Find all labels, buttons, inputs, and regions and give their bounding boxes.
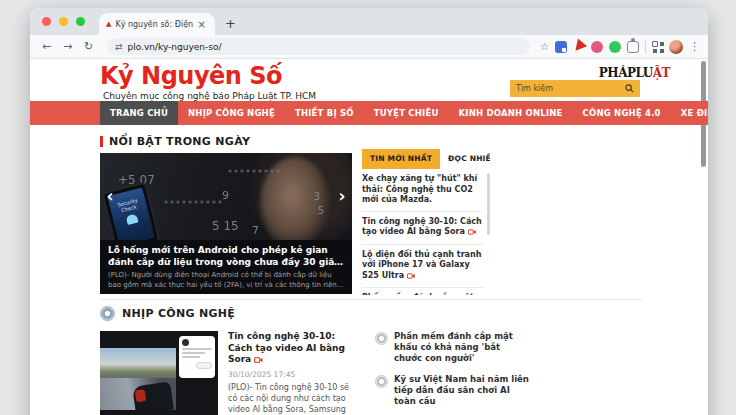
tech-main-article: Tin công nghệ 30-10: Cách tạo video AI b… [228,331,356,415]
featured-photo: +5 07 9 ********* ********** 5 15 3 5 7 … [100,153,352,240]
url-text: plo.vn/ky-nguyen-so/ [128,42,222,52]
sidebar-list: Xe chạy xăng tự "hút" khí thải: Công ngh… [362,169,490,295]
carousel-next-button[interactable]: › [334,185,350,209]
new-tab-button[interactable]: + [225,16,236,31]
apps-grid-icon[interactable] [652,41,663,52]
section-bullet-icon [100,306,115,321]
camera-icon [407,272,415,283]
news-list-item[interactable]: Phần mềm đánh cắp mật khẩu có khả năng '… [375,331,529,364]
site-logo[interactable]: Kỷ Nguyên Số [100,62,282,90]
toolbar-divider [645,40,646,54]
tab-most-read[interactable]: ĐỌC NHIỀU [440,149,490,169]
sidebar-tabs: TIN MỚI NHẤT ĐỌC NHIỀU [362,149,490,169]
search-box [510,80,640,97]
sidebar-news-item[interactable]: Phần mềm đánh cắp mật khẩu có khả năng '… [362,288,483,295]
extension-pink-icon[interactable] [591,41,603,53]
photo-overlay-stars: ********** [164,200,224,209]
photo-overlay-digits: 3 [314,191,320,202]
nav-item-kinh-doanh-online[interactable]: KINH DOANH ONLINE [449,101,573,125]
dialog-button [196,362,212,369]
tab-latest-news[interactable]: TIN MỚI NHẤT [362,149,440,169]
article-thumbnail[interactable] [100,331,218,415]
section-divider [100,299,642,300]
thumbnail-video [100,348,176,410]
news-list-item[interactable]: Kỹ sư Việt Nam hai năm liên tiếp dẫn đầu… [375,374,529,407]
site-tagline: Chuyên mục công nghệ báo Pháp Luật TP. H… [103,91,316,101]
tech-news-list: Phần mềm đánh cắp mật khẩu có khả năng '… [375,331,529,415]
toolbar-right-icons: ☆ ⋮ [540,40,700,54]
profile-avatar[interactable] [669,40,683,54]
sidebar-scrollbar[interactable] [487,173,490,235]
window-close-button[interactable] [42,17,51,26]
dialog-avatar [182,339,189,346]
search-input[interactable] [510,84,625,93]
address-bar[interactable]: ⇄ plo.vn/ky-nguyen-so/ [107,38,530,55]
page-content: Kỷ Nguyên Số Chuyên mục công nghệ báo Ph… [30,59,708,415]
window-zoom-button[interactable] [76,17,85,26]
article-datetime: 30/10/2025 17:45 [228,370,356,379]
browser-menu-icon[interactable]: ⋮ [689,40,700,53]
nav-item-cong-nghe-40[interactable]: CÔNG NGHỆ 4.0 [573,101,671,125]
brand-logo[interactable]: PHÁPLUẬT [599,66,670,80]
article-title[interactable]: Tin công nghệ 30-10: Cách tạo video AI b… [228,331,356,367]
window-minimize-button[interactable] [59,17,68,26]
photo-overlay-digits: 7 [252,224,259,237]
nav-item-nhip-cong-nghe[interactable]: NHỊP CÔNG NGHỆ [178,101,285,125]
tech-section-header: NHỊP CÔNG NGHỆ [100,306,235,321]
bookmark-star-icon[interactable]: ☆ [540,41,549,52]
camera-icon [254,355,263,367]
nav-item-tuyet-chieu[interactable]: TUYỆT CHIÊU [364,101,449,125]
featured-carousel[interactable]: +5 07 9 ********* ********** 5 15 3 5 7 … [100,153,352,294]
browser-window: ▲ Kỷ nguyên số: Điện thoại, Lap × + ← → … [30,8,708,415]
tab-close-icon[interactable]: × [197,19,205,30]
photo-overlay-digits: 5 15 [212,219,239,233]
featured-headline[interactable]: Lỗ hổng mới trên Android cho phép kẻ gia… [108,245,344,268]
nav-item-home[interactable]: TRANG CHỦ [100,101,178,125]
featured-caption: Lỗ hổng mới trên Android cho phép kẻ gia… [100,240,352,294]
featured-section-header: NỔI BẬT TRONG NGÀY [100,135,250,148]
nav-item-xe-dien[interactable]: XE ĐIỆN [671,101,708,125]
motorcycle-shape [132,381,174,410]
android-robot-icon [125,214,138,225]
tab-favicon: ▲ [106,21,111,28]
tune-icon[interactable]: ⇄ [115,42,123,52]
thumbnail-dialog-card [179,336,215,378]
featured-summary: (PLO)- Người dùng điện thoại Android có … [108,271,344,290]
sidebar-news-item[interactable]: Xe chạy xăng tự "hút" khí thải: Công ngh… [362,169,483,212]
back-button[interactable]: ← [38,40,55,53]
sidebar-news-item[interactable]: Tin công nghệ 30-10: Cách tạo video AI b… [362,212,483,245]
photo-overlay-digits: 5 [318,205,324,216]
extensions-puzzle-icon[interactable] [627,41,639,53]
tech-section-title[interactable]: NHỊP CÔNG NGHỆ [122,307,235,320]
clock-bullet-icon [375,332,388,345]
carousel-prev-button[interactable]: ‹ [102,185,118,209]
article-excerpt: (PLO)- Tin công nghệ 30-10 sẽ có các nội… [228,383,356,415]
window-controls [42,17,85,26]
featured-section-title: NỔI BẬT TRONG NGÀY [109,135,250,148]
browser-toolbar: ← → ↻ ⇄ plo.vn/ky-nguyen-so/ ☆ ⋮ [30,35,708,59]
news-sidebar: TIN MỚI NHẤT ĐỌC NHIỀU Xe chạy xăng tự "… [362,149,490,295]
clock-bullet-icon [375,375,388,388]
extension-blue-icon[interactable] [555,41,567,53]
sidebar-news-item[interactable]: Lộ diện đối thủ cạnh tranh với iPhone 17… [362,245,483,289]
extension-green-icon[interactable] [609,41,621,53]
accent-bar [100,136,103,147]
refresh-button[interactable]: ↻ [80,40,97,53]
camera-icon [468,228,476,239]
search-icon[interactable] [625,84,634,93]
tab-strip: ▲ Kỷ nguyên số: Điện thoại, Lap × + [30,8,708,35]
nav-item-thiet-bi-so[interactable]: THIẾT BỊ SỐ [285,101,364,125]
forward-button[interactable]: → [59,40,76,53]
extension-cursor-icon[interactable] [571,38,587,54]
tab-title: Kỷ nguyên số: Điện thoại, Lap [115,20,193,29]
main-nav: TRANG CHỦ NHỊP CÔNG NGHỆ THIẾT BỊ SỐ TUY… [30,101,708,125]
photo-overlay-stars: ********* [228,169,282,178]
browser-tab[interactable]: ▲ Kỷ nguyên số: Điện thoại, Lap × [99,13,215,35]
